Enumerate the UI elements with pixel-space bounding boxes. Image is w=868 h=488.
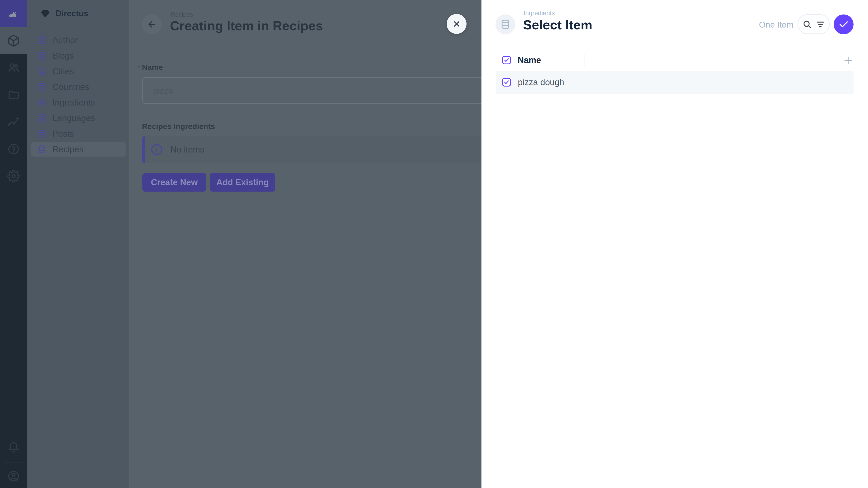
collection-icon-circle	[495, 14, 515, 34]
nav-item-label: Languages	[53, 113, 95, 123]
nav-item-label: Posts	[53, 129, 74, 139]
module-bar-divider	[4, 462, 24, 462]
select-item-drawer: Ingredients Select Item One Item	[482, 0, 868, 488]
rabbit-logo-icon	[6, 6, 21, 21]
add-existing-button[interactable]: Add Existing	[210, 173, 275, 192]
project-chooser[interactable]: Directus	[27, 0, 129, 27]
module-content[interactable]	[0, 27, 27, 54]
database-icon	[37, 67, 46, 76]
navigation-sidebar: Directus Author Blogs Cities Countries I…	[27, 0, 129, 488]
filter-button[interactable]	[815, 16, 827, 32]
search-filter-group	[798, 14, 830, 34]
nav-item-label: Author	[53, 35, 78, 45]
folder-module-icon	[7, 89, 20, 101]
nav-item-author[interactable]: Author	[31, 33, 126, 47]
no-items-text: No items	[170, 145, 204, 155]
checkmark-icon	[504, 57, 509, 63]
nav-item-label: Ingredients	[53, 98, 95, 107]
nav-item-label: Cities	[53, 67, 74, 76]
users-module-icon	[7, 61, 20, 74]
add-column-button[interactable]	[843, 55, 854, 66]
database-icon	[37, 98, 46, 107]
nav-item-countries[interactable]: Countries	[31, 80, 126, 94]
module-settings[interactable]	[0, 163, 27, 190]
info-icon	[150, 143, 163, 156]
project-name: Directus	[56, 9, 88, 18]
database-icon	[37, 83, 46, 92]
nav-item-languages[interactable]: Languages	[31, 111, 126, 125]
database-icon	[37, 36, 46, 45]
checkmark-icon	[504, 79, 509, 85]
help-module-icon	[7, 143, 20, 156]
column-resize-handle[interactable]	[585, 54, 585, 66]
module-help[interactable]	[0, 135, 27, 163]
bell-icon	[7, 441, 20, 454]
nav-item-ingredients[interactable]: Ingredients	[31, 95, 126, 110]
drawer-collection-label: Ingredients	[524, 9, 555, 17]
back-button[interactable]	[142, 14, 162, 34]
page-title: Creating Item in Recipes	[170, 18, 323, 33]
module-bar	[0, 0, 27, 488]
required-indicator	[138, 66, 140, 68]
arrow-left-icon	[147, 20, 157, 29]
table-header: Name	[482, 53, 868, 68]
module-users[interactable]	[0, 54, 27, 81]
name-field-label: Name	[142, 63, 163, 72]
search-button[interactable]	[801, 16, 813, 32]
recipes-ingredients-label: Recipes Ingredients	[142, 122, 215, 131]
nav-item-cities[interactable]: Cities	[31, 64, 126, 78]
create-new-button[interactable]: Create New	[143, 173, 206, 192]
close-icon	[452, 20, 461, 29]
nav-item-recipes[interactable]: Recipes	[31, 142, 126, 157]
database-icon	[37, 145, 46, 154]
breadcrumb[interactable]: Recipes	[171, 11, 193, 18]
confirm-selection-button[interactable]	[834, 14, 854, 34]
drawer-close-button[interactable]	[447, 14, 467, 34]
insights-module-icon	[7, 116, 20, 128]
content-module-icon	[7, 34, 20, 47]
directus-logo[interactable]	[0, 0, 27, 27]
row-checkbox[interactable]	[502, 78, 511, 87]
selection-count: One Item	[759, 20, 794, 30]
plus-icon	[843, 55, 854, 66]
nav-item-posts[interactable]: Posts	[31, 127, 126, 141]
account-circle-icon	[7, 470, 20, 483]
row-name-cell: pizza dough	[518, 77, 564, 87]
nav-item-blogs[interactable]: Blogs	[31, 48, 126, 63]
gem-icon	[40, 8, 50, 19]
nav-item-label: Blogs	[53, 51, 74, 61]
module-insights[interactable]	[0, 108, 27, 135]
database-icon	[500, 19, 511, 30]
nav-item-label: Countries	[53, 82, 89, 92]
nav-item-label: Recipes	[53, 144, 84, 154]
search-icon	[802, 19, 812, 29]
module-file-library[interactable]	[0, 81, 27, 108]
column-header-name[interactable]: Name	[518, 55, 541, 65]
notifications-button[interactable]	[0, 434, 27, 461]
account-button[interactable]	[0, 463, 27, 488]
select-all-checkbox[interactable]	[502, 56, 511, 64]
drawer-title: Select Item	[523, 17, 592, 32]
check-icon	[838, 19, 849, 30]
database-icon	[37, 129, 46, 138]
app-root: Directus Author Blogs Cities Countries I…	[0, 0, 868, 488]
table-row-pizza-dough[interactable]: pizza dough	[496, 71, 854, 94]
settings-module-icon	[7, 170, 20, 183]
database-icon	[37, 113, 46, 123]
database-icon	[37, 51, 46, 60]
filter-icon	[815, 19, 826, 29]
